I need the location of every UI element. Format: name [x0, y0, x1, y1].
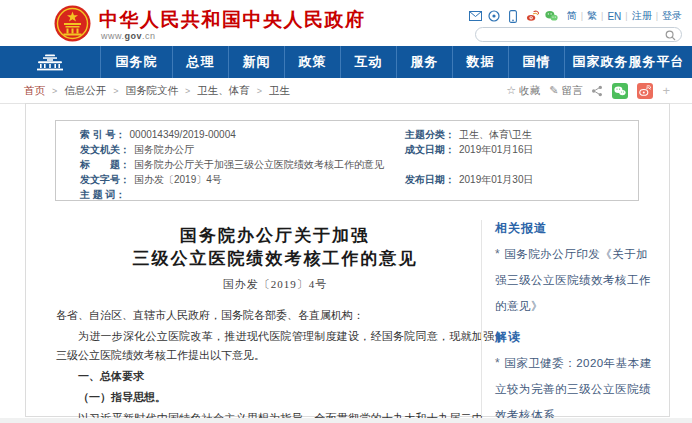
document-title-line1: 国务院办公厅关于加强 — [56, 224, 494, 247]
register-link[interactable]: 注册 — [632, 9, 652, 23]
header-quick-bar: 简| 繁| EN| 注册| 登录 — [469, 9, 682, 23]
document-body-column: 国务院办公厅关于加强 三级公立医院绩效考核工作的意见 国办发〔2019〕4号 各… — [56, 224, 494, 423]
nav-item-data[interactable]: 数据 — [452, 46, 508, 78]
meta-title-value: 国务院办公厅关于加强三级公立医院绩效考核工作的意见 — [134, 157, 384, 172]
share-icon — [591, 85, 603, 97]
share-weibo-button[interactable] — [637, 83, 653, 99]
meta-agency-label: 发文机关： — [80, 142, 130, 157]
weibo-icon[interactable] — [526, 10, 539, 23]
page-title: 国务院办公厅关于加强 三级公立医院绩效考核工作的意见 — [56, 224, 494, 270]
nav-item-state-council[interactable]: 国务院 — [100, 46, 172, 78]
header-links: 简| 繁| EN| 注册| 登录 — [567, 9, 682, 23]
lang-english-link[interactable]: EN — [607, 11, 621, 22]
wechat-icon[interactable] — [545, 10, 558, 23]
bullet-icon: * — [495, 247, 500, 261]
table-row: 主 题 词： — [80, 187, 618, 202]
related-report-link[interactable]: *国务院办公厅印发《关于加强三级公立医院绩效考核工作的意见》 — [495, 241, 658, 319]
home-gate-button[interactable] — [0, 46, 100, 78]
breadcrumb: 首页 > 信息公开 > 国务院文件 > 卫生、体育 > 卫生 — [24, 84, 290, 98]
meta-agency-value: 国务院办公厅 — [134, 142, 194, 157]
meta-index-value: 000014349/2019-00004 — [130, 127, 236, 142]
page-actions: ☆收藏 ✎留言 + — [506, 83, 670, 99]
meta-written-date-value: 2019年01月16日 — [459, 142, 534, 157]
meta-doc-no-value: 国办发〔2019〕4号 — [134, 172, 222, 187]
meta-publish-date-value: 2019年01月30日 — [459, 172, 534, 187]
interpretation-heading: 解读 — [495, 329, 658, 346]
document-number: 国办发〔2019〕4号 — [56, 277, 494, 292]
search-input[interactable] — [475, 27, 682, 42]
breadcrumb-health[interactable]: 卫生 — [269, 84, 290, 98]
interpretation-link[interactable]: *国家卫健委：2020年基本建立较为完善的三级公立医院绩效考核体系 — [495, 350, 658, 423]
breadcrumb-info-disclosure[interactable]: 信息公开 — [64, 84, 106, 98]
mail-icon[interactable] — [469, 10, 482, 23]
nav-item-news[interactable]: 新闻 — [228, 46, 284, 78]
nav-item-policy[interactable]: 政策 — [284, 46, 340, 78]
site-header: 中华人民共和国中央人民政府 www.gov.cn 简| 繁| EN| 注册| 登… — [0, 0, 692, 46]
main-nav: 国务院 总理 新闻 政策 互动 服务 数据 国情 国家政务服务平台 — [0, 46, 692, 78]
document-panel: 索 引 号：000014349/2019-00004 主题分类：卫生、体育\卫生… — [25, 103, 670, 417]
page-background-strip — [0, 418, 692, 423]
weibo-badge-icon — [639, 85, 651, 96]
site-title: 中华人民共和国中央人民政府 — [99, 7, 366, 33]
site-url: www.gov.cn — [101, 31, 156, 41]
breadcrumb-home[interactable]: 首页 — [24, 84, 45, 98]
comment-button[interactable]: ✎留言 — [549, 84, 582, 98]
document-meta-table: 索 引 号：000014349/2019-00004 主题分类：卫生、体育\卫生… — [55, 120, 639, 201]
table-row: 发文机关：国务院办公厅 成文日期：2019年01月16日 — [80, 142, 618, 157]
meta-category-value: 卫生、体育\卫生 — [459, 127, 532, 142]
meta-publish-date-label: 发布日期： — [405, 172, 455, 187]
nav-item-services[interactable]: 服务 — [396, 46, 452, 78]
table-row: 索 引 号：000014349/2019-00004 主题分类：卫生、体育\卫生 — [80, 127, 618, 142]
meta-keywords-label: 主 题 词： — [80, 189, 126, 200]
favorite-button[interactable]: ☆收藏 — [506, 84, 540, 98]
breadcrumb-row: 首页 > 信息公开 > 国务院文件 > 卫生、体育 > 卫生 ☆收藏 ✎留言 + — [0, 78, 692, 103]
pencil-icon: ✎ — [549, 84, 558, 97]
document-text: 各省、自治区、直辖市人民政府，国务院各部委、各直属机构： 为进一步深化公立医院改… — [56, 306, 494, 423]
subsection-heading: （一）指导思想。 — [56, 388, 494, 407]
meta-title-label: 标 题： — [80, 157, 130, 172]
share-wechat-button[interactable] — [612, 83, 628, 99]
tiananmen-gate-icon — [32, 54, 68, 71]
meta-index-label: 索 引 号： — [80, 127, 126, 142]
lang-traditional-link[interactable]: 繁 — [587, 9, 597, 23]
breadcrumb-health-sports[interactable]: 卫生、体育 — [197, 84, 250, 98]
breadcrumb-state-council-docs[interactable]: 国务院文件 — [126, 84, 179, 98]
salutation-paragraph: 各省、自治区、直辖市人民政府，国务院各部委、各直属机构： — [56, 306, 494, 325]
nav-item-national-conditions[interactable]: 国情 — [508, 46, 564, 78]
star-icon: ☆ — [506, 84, 516, 97]
nav-item-interact[interactable]: 互动 — [340, 46, 396, 78]
table-row: 发文字号：国办发〔2019〕4号 发布日期：2019年01月30日 — [80, 172, 618, 187]
table-row: 标 题：国务院办公厅关于加强三级公立医院绩效考核工作的意见 — [80, 157, 618, 172]
intro-paragraph: 为进一步深化公立医院改革，推进现代医院管理制度建设，经国务院同意，现就加强三级公… — [56, 327, 494, 365]
nav-item-gov-service-platform[interactable]: 国家政务服务平台 — [564, 46, 692, 78]
related-sidebar: 相关报道 *国务院办公厅印发《关于加强三级公立医院绩效考核工作的意见》 解读 *… — [481, 220, 658, 416]
section-heading: 一、总体要求 — [56, 367, 494, 386]
wechat-badge-icon — [614, 86, 626, 96]
share-button[interactable] — [591, 85, 603, 97]
login-link[interactable]: 登录 — [662, 9, 682, 23]
mobile-icon[interactable] — [507, 10, 520, 23]
search-icon[interactable] — [665, 30, 676, 41]
related-reports-heading: 相关报道 — [495, 220, 658, 237]
document-title-line2: 三级公立医院绩效考核工作的意见 — [56, 247, 494, 270]
meta-doc-no-label: 发文字号： — [80, 172, 130, 187]
lang-simplified-link[interactable]: 简 — [567, 9, 577, 23]
meta-category-label: 主题分类： — [405, 127, 455, 142]
more-share-button[interactable]: + — [662, 83, 670, 98]
national-emblem-icon — [54, 5, 91, 42]
nav-item-premier[interactable]: 总理 — [172, 46, 228, 78]
meta-written-date-label: 成文日期： — [405, 142, 455, 157]
accessibility-circle-icon[interactable] — [488, 10, 501, 23]
bullet-icon: * — [495, 356, 500, 370]
